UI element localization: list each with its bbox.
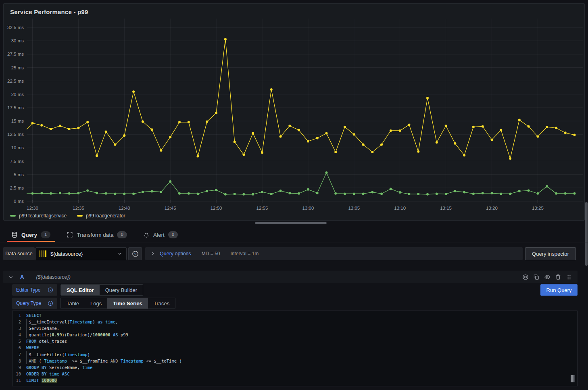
svg-text:12:45: 12:45 xyxy=(165,206,176,211)
tab-transform-data[interactable]: Transform data 0 xyxy=(62,227,131,242)
query-type-logs[interactable]: Logs xyxy=(85,298,107,309)
query-type-traces[interactable]: Traces xyxy=(148,298,175,309)
query-options-bar[interactable]: Query options MD = 50 Interval = 1m xyxy=(145,247,523,260)
code-line-3[interactable]: 3 ServiceName, xyxy=(13,325,577,332)
tab-query[interactable]: Query 1 xyxy=(6,227,55,242)
series-p99-loadgenerator xyxy=(22,38,576,160)
query-count-badge: 1 xyxy=(41,231,50,238)
code-line-11[interactable]: 11LIMIT 100000 xyxy=(13,377,577,384)
svg-text:12:40: 12:40 xyxy=(119,206,130,211)
svg-text:17.5 ms: 17.5 ms xyxy=(7,105,24,110)
panel-editor-tabs: Query 1 Transform data 0 Alert 0 xyxy=(6,227,183,242)
transform-icon xyxy=(67,231,73,238)
svg-text:0 ms: 0 ms xyxy=(14,199,24,204)
svg-text:?: ? xyxy=(134,252,136,256)
datasource-value: ${datasource} xyxy=(50,251,83,257)
code-line-1[interactable]: 1SELECT xyxy=(13,312,577,319)
editor-type-sql-editor[interactable]: SQL Editor xyxy=(61,285,100,295)
run-query-button[interactable]: Run Query xyxy=(540,284,578,296)
query-type-switch: Table Logs Time Series Traces xyxy=(60,298,175,309)
legend-label: p99 loadgenerator xyxy=(86,213,125,219)
svg-text:10 ms: 10 ms xyxy=(11,145,24,150)
svg-text:7.5 ms: 7.5 ms xyxy=(10,159,24,164)
overview-ruler-marker[interactable] xyxy=(571,375,575,382)
query-row-actions xyxy=(522,273,573,281)
chevron-right-icon xyxy=(150,251,156,257)
legend-swatch-green xyxy=(10,215,16,217)
collapse-chevron-icon[interactable] xyxy=(8,274,14,280)
query-type-time-series[interactable]: Time Series xyxy=(107,298,148,309)
interval-summary: Interval = 1m xyxy=(231,251,259,257)
info-circle-icon[interactable] xyxy=(48,300,53,306)
editor-type-row: Editor Type SQL Editor Query Builder xyxy=(12,284,143,296)
svg-text:25 ms: 25 ms xyxy=(11,65,24,70)
svg-text:13:10: 13:10 xyxy=(394,206,406,211)
svg-text:13:20: 13:20 xyxy=(486,206,498,211)
query-type-row: Query Type Table Logs Time Series Traces xyxy=(12,298,175,309)
editor-type-query-builder[interactable]: Query Builder xyxy=(100,285,143,295)
query-datasource-hint: (${datasource}) xyxy=(36,274,70,280)
database-icon xyxy=(11,231,18,238)
svg-text:22.5 ms: 22.5 ms xyxy=(7,79,24,83)
svg-text:27.5 ms: 27.5 ms xyxy=(7,52,24,56)
datasource-picker[interactable]: ${datasource} xyxy=(35,247,127,260)
tab-label: Alert xyxy=(153,232,165,238)
svg-text:13:15: 13:15 xyxy=(440,206,452,211)
info-circle-icon[interactable] xyxy=(48,287,53,293)
svg-text:20 ms: 20 ms xyxy=(11,92,24,97)
clickhouse-datasource-icon xyxy=(40,250,47,257)
disable-query-icon[interactable] xyxy=(522,273,529,281)
query-type-label: Query Type xyxy=(16,300,41,306)
legend-swatch-yellow xyxy=(77,215,83,217)
svg-text:12:50: 12:50 xyxy=(211,206,222,211)
datasource-help-button[interactable]: ? xyxy=(128,247,142,260)
svg-text:12:55: 12:55 xyxy=(256,206,268,211)
panel-title: Service Performance - p99 xyxy=(10,8,88,15)
drag-handle-icon[interactable] xyxy=(565,273,573,281)
svg-text:13:25: 13:25 xyxy=(532,206,544,211)
transform-count-badge: 0 xyxy=(117,231,127,238)
duplicate-query-icon[interactable] xyxy=(533,273,540,281)
horizontal-scrollbar-thumb[interactable] xyxy=(255,222,327,224)
code-line-8[interactable]: 8 AND ( Timestamp >= $__fromTime AND Tim… xyxy=(13,358,577,364)
alert-count-badge: 0 xyxy=(168,231,178,238)
svg-text:32.5 ms: 32.5 ms xyxy=(7,25,24,30)
chart-legend: p99 featureflagservice p99 loadgenerator xyxy=(10,213,125,219)
code-line-9[interactable]: 9GROUP BY ServiceName, time xyxy=(13,364,577,371)
code-line-5[interactable]: 5FROM otel_traces xyxy=(13,338,577,344)
code-line-10[interactable]: 10ORDER BY time ASC xyxy=(13,371,577,377)
datasource-label: Data source xyxy=(3,247,35,260)
legend-item-loadgenerator[interactable]: p99 loadgenerator xyxy=(77,213,125,219)
query-options-link[interactable]: Query options xyxy=(160,251,191,257)
svg-text:5 ms: 5 ms xyxy=(14,172,24,177)
editor-type-switch: SQL Editor Query Builder xyxy=(60,284,143,296)
query-toolbar: Data source ${datasource} ? Query option… xyxy=(3,247,576,260)
code-line-2[interactable]: 2 $__timeInterval(Timestamp) as time, xyxy=(13,319,577,325)
series-p99-featureflagservice xyxy=(22,171,576,196)
query-type-table[interactable]: Table xyxy=(61,298,85,309)
query-type-chip: Query Type xyxy=(12,298,57,309)
page-scrollbar-thumb[interactable] xyxy=(585,202,588,266)
max-data-points-summary: MD = 50 xyxy=(202,251,220,257)
code-line-7[interactable]: 7 $__timeFilter(Timestamp) xyxy=(13,351,577,358)
code-line-6[interactable]: 6WHERE xyxy=(13,344,577,351)
svg-text:12:30: 12:30 xyxy=(27,206,38,211)
query-ref-id: A xyxy=(20,274,24,280)
delete-query-trash-icon[interactable] xyxy=(555,273,562,281)
legend-item-featureflagservice[interactable]: p99 featureflagservice xyxy=(10,213,67,219)
query-row-header[interactable]: A (${datasource}) xyxy=(3,271,578,283)
chevron-down-icon xyxy=(117,251,123,257)
sql-code-editor[interactable]: 1SELECT2 $__timeInterval(Timestamp) as t… xyxy=(12,311,578,386)
svg-text:2.5 ms: 2.5 ms xyxy=(10,186,24,190)
timeseries-chart: 0 ms2.5 ms5 ms7.5 ms10 ms12.5 ms15 ms17.… xyxy=(4,4,584,220)
question-circle-icon: ? xyxy=(132,250,139,257)
hide-response-eye-icon[interactable] xyxy=(544,273,551,281)
editor-type-label: Editor Type xyxy=(16,287,40,293)
tab-alert[interactable]: Alert 0 xyxy=(138,227,183,242)
bell-icon xyxy=(143,231,150,238)
svg-text:13:00: 13:00 xyxy=(302,206,314,211)
svg-text:12:35: 12:35 xyxy=(73,206,84,211)
code-line-4[interactable]: 4 quantile(0.99)(Duration)/1000000 AS p9… xyxy=(13,332,577,338)
legend-label: p99 featureflagservice xyxy=(19,213,67,219)
query-inspector-button[interactable]: Query inspector xyxy=(525,247,576,260)
